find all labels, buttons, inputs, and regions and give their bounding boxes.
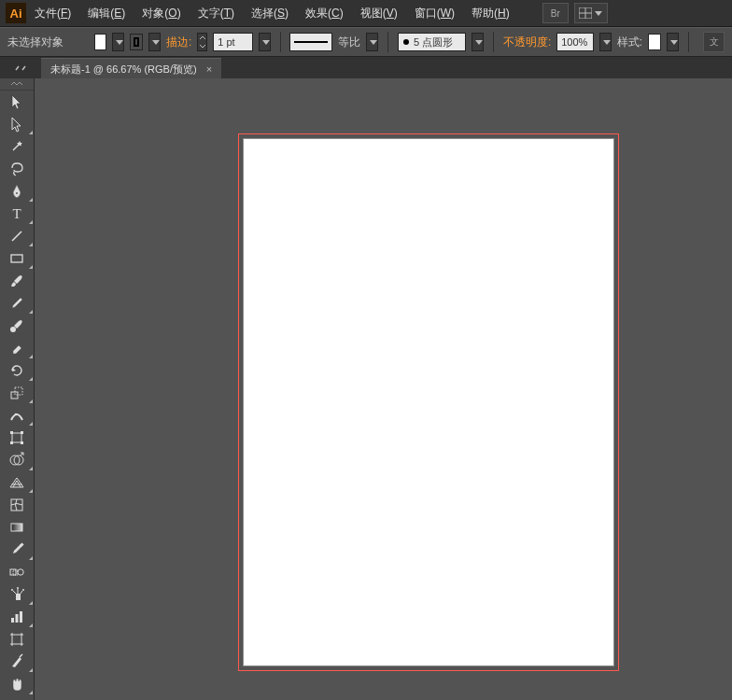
tool-paintbrush[interactable]: [0, 270, 34, 292]
stroke-weight-dropdown[interactable]: [259, 33, 271, 51]
menu-view[interactable]: 视图(V): [352, 0, 406, 26]
svg-line-35: [20, 654, 22, 657]
tool-hand[interactable]: [0, 673, 34, 695]
menu-edit[interactable]: 编辑(E): [79, 0, 134, 26]
svg-point-25: [18, 569, 23, 575]
tool-slice[interactable]: [0, 651, 34, 673]
svg-rect-22: [11, 524, 22, 531]
panel-collapse-handle[interactable]: [0, 57, 41, 79]
menu-help[interactable]: 帮助(H): [463, 0, 518, 26]
tools-grip[interactable]: [0, 78, 34, 91]
svg-rect-15: [10, 431, 13, 434]
tool-lasso[interactable]: [0, 158, 34, 180]
more-options-button[interactable]: 文: [703, 32, 725, 52]
fill-dropdown[interactable]: [112, 33, 124, 51]
fill-swatch[interactable]: [94, 34, 107, 50]
document-tab-bar: 未标题-1 @ 66.67% (RGB/预览) ×: [0, 57, 732, 80]
tool-scale[interactable]: [0, 382, 34, 404]
svg-rect-18: [21, 441, 23, 444]
tool-free-transform[interactable]: [0, 427, 34, 449]
separator: [387, 32, 388, 52]
tool-eraser[interactable]: [0, 337, 34, 359]
opacity-dropdown[interactable]: [599, 33, 612, 51]
separator: [493, 32, 494, 52]
opacity-label: 不透明度:: [503, 35, 551, 50]
svg-rect-9: [11, 255, 22, 262]
svg-point-13: [15, 413, 18, 416]
stroke-dropdown[interactable]: [148, 33, 161, 51]
document-tab[interactable]: 未标题-1 @ 66.67% (RGB/预览) ×: [41, 58, 221, 79]
tool-perspective-grid[interactable]: [0, 471, 34, 494]
svg-rect-17: [10, 441, 13, 444]
menu-effect[interactable]: 效果(C): [297, 0, 352, 26]
chevron-down-icon: [595, 11, 602, 16]
menu-file[interactable]: 文件(F): [26, 0, 79, 26]
style-swatch[interactable]: [648, 34, 661, 50]
profile-label: 等比: [338, 35, 360, 50]
tool-line[interactable]: [0, 225, 34, 247]
svg-rect-27: [16, 594, 21, 600]
menu-object[interactable]: 对象(O): [134, 0, 189, 26]
tool-symbol-sprayer[interactable]: [0, 583, 34, 606]
artboard[interactable]: [243, 138, 614, 666]
tool-pen[interactable]: [0, 180, 34, 203]
tool-gradient[interactable]: [0, 516, 34, 539]
tool-eyedropper[interactable]: [0, 539, 34, 561]
menu-window[interactable]: 窗口(W): [406, 0, 463, 26]
selection-status: 未选择对象: [7, 35, 63, 50]
tool-graph[interactable]: [0, 606, 34, 628]
style-dropdown[interactable]: [667, 33, 679, 51]
separator: [688, 32, 689, 52]
tool-rectangle[interactable]: [0, 247, 34, 270]
stroke-swatch[interactable]: [130, 34, 143, 50]
bridge-button[interactable]: Br: [542, 3, 569, 23]
app-logo-text: Ai: [10, 7, 22, 21]
svg-point-4: [403, 39, 409, 45]
stroke-label: 描边:: [166, 35, 191, 50]
canvas-area[interactable]: [35, 78, 732, 700]
tool-shape-builder[interactable]: [0, 449, 34, 471]
tool-blend[interactable]: [0, 561, 34, 583]
svg-rect-21: [11, 499, 22, 511]
app-logo: Ai: [6, 3, 26, 23]
stroke-weight-field[interactable]: 1 pt: [213, 33, 252, 51]
tool-mesh[interactable]: [0, 494, 34, 516]
svg-rect-31: [11, 618, 14, 623]
stroke-weight-link[interactable]: [197, 33, 207, 51]
tool-rotate[interactable]: [0, 359, 34, 382]
main-area: T: [0, 78, 732, 700]
tool-selection[interactable]: [0, 91, 34, 113]
svg-rect-14: [12, 433, 21, 442]
tool-artboard[interactable]: [0, 628, 34, 651]
svg-text:T: T: [12, 206, 21, 221]
svg-point-10: [10, 327, 16, 332]
tool-magic-wand[interactable]: [0, 135, 34, 158]
opacity-field[interactable]: 100%: [556, 33, 593, 51]
tool-blob-brush[interactable]: [0, 315, 34, 337]
menu-type[interactable]: 文字(T): [190, 0, 243, 26]
brush-field[interactable]: 5 点圆形: [398, 33, 466, 51]
artboard-selection-outline: [238, 133, 619, 671]
svg-rect-16: [21, 431, 23, 434]
svg-point-29: [17, 587, 19, 589]
profile-dropdown[interactable]: [366, 33, 378, 51]
svg-rect-32: [16, 614, 19, 623]
control-bar: 未选择对象 描边: 1 pt 等比 5 点圆形 不透明度: 100% 样式: 文: [0, 27, 732, 57]
brush-dropdown[interactable]: [472, 33, 484, 51]
svg-rect-34: [12, 635, 21, 644]
tool-direct-selection[interactable]: [0, 113, 34, 135]
close-icon[interactable]: ×: [206, 63, 212, 75]
menu-select[interactable]: 选择(S): [243, 0, 297, 26]
tool-width[interactable]: [0, 404, 34, 427]
profile-preview[interactable]: [289, 33, 332, 51]
svg-line-8: [12, 231, 21, 241]
svg-rect-12: [15, 387, 22, 395]
arrange-documents-button[interactable]: [574, 3, 608, 23]
tool-pencil[interactable]: [0, 292, 34, 315]
svg-point-6: [16, 192, 18, 194]
svg-point-28: [11, 589, 13, 591]
menu-bar: Ai 文件(F) 编辑(E) 对象(O) 文字(T) 选择(S) 效果(C) 视…: [0, 0, 732, 27]
document-tab-title: 未标题-1 @ 66.67% (RGB/预览): [50, 63, 197, 77]
tools-panel: T: [0, 78, 35, 700]
tool-type[interactable]: T: [0, 203, 34, 225]
